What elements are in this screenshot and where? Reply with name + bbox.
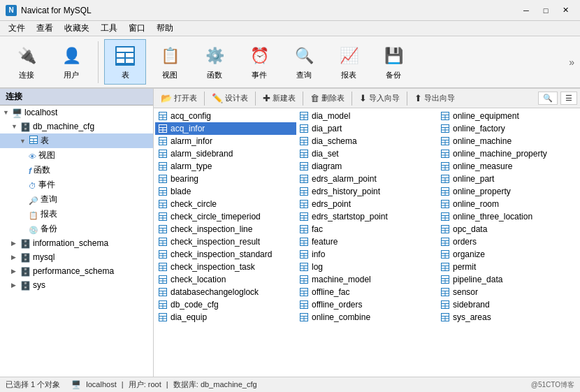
table-item[interactable]: sys_areas <box>437 311 579 324</box>
table-item-name: online_combine <box>312 312 370 322</box>
table-item[interactable]: blade <box>155 185 296 198</box>
tree-item-mysql[interactable]: ▶ 🗄️ mysql <box>0 250 153 264</box>
search-button[interactable]: 🔍 <box>538 92 558 105</box>
table-item[interactable]: dia_model <box>296 110 437 122</box>
table-item[interactable]: offline_fac <box>296 286 437 298</box>
table-item[interactable]: check_location <box>155 273 296 286</box>
table-item[interactable]: check_circle <box>155 198 296 210</box>
table-item[interactable]: log <box>296 261 437 273</box>
table-item[interactable]: edrs_alarm_point <box>296 173 437 185</box>
table-item[interactable]: online_measure <box>437 160 579 173</box>
table-item[interactable]: offline_orders <box>296 298 437 311</box>
ctb-btn-open-table[interactable]: 📂 打开表 <box>157 92 201 105</box>
table-item[interactable]: sensor <box>437 286 579 298</box>
tree-item-backup2[interactable]: 💿 备份 <box>0 222 153 236</box>
menu-item-文件[interactable]: 文件 <box>3 21 31 36</box>
table-item[interactable]: online_part <box>437 173 579 185</box>
toolbar-btn-user[interactable]: 👤用户 <box>50 39 92 85</box>
ctb-btn-import[interactable]: ⬇ 导入向导 <box>355 92 404 105</box>
table-item[interactable]: dia_schema <box>296 135 437 147</box>
tree-item-information_schema[interactable]: ▶ 🗄️ information_schema <box>0 236 153 250</box>
toolbar-btn-backup[interactable]: 💾备份 <box>372 39 414 85</box>
table-item[interactable]: info <box>296 248 437 261</box>
tree-item-performance_schema[interactable]: ▶ 🗄️ performance_schema <box>0 264 153 278</box>
table-item[interactable]: online_three_location <box>437 210 579 223</box>
table-item[interactable]: online_factory <box>437 122 579 135</box>
menu-item-收藏夹[interactable]: 收藏夹 <box>59 21 95 36</box>
table-item[interactable]: orders <box>437 235 579 248</box>
table-item[interactable]: alarm_type <box>155 160 296 173</box>
svg-rect-305 <box>164 319 167 321</box>
toolbar-btn-query[interactable]: 🔍查询 <box>283 39 325 85</box>
table-item[interactable]: sidebrand <box>437 298 579 311</box>
table-item-icon <box>299 161 309 171</box>
table-item[interactable]: alarm_infor <box>155 135 296 147</box>
table-item[interactable]: diagram <box>296 160 437 173</box>
svg-rect-215 <box>164 256 167 259</box>
minimize-button[interactable]: ─ <box>517 3 535 17</box>
table-item[interactable]: alarm_sidebrand <box>155 147 296 160</box>
toolbar-btn-function[interactable]: ⚙️函数 <box>194 39 235 85</box>
table-item[interactable]: machine_model <box>296 273 437 286</box>
table-item[interactable]: online_machine_property <box>437 147 579 160</box>
tree-item-db_machine_cfg[interactable]: ▼ 🗄️ db_machine_cfg <box>0 119 153 133</box>
table-item[interactable]: databasechangeloglock <box>155 286 296 298</box>
close-button[interactable]: ✕ <box>556 3 574 17</box>
tree-item-views[interactable]: 👁 视图 <box>0 148 153 163</box>
table-item[interactable]: edrs_startstop_point <box>296 210 437 223</box>
table-item[interactable]: db_code_cfg <box>155 298 296 311</box>
toolbar-btn-report[interactable]: 📈报表 <box>328 39 370 85</box>
table-item[interactable]: opc_data <box>437 223 579 235</box>
maximize-button[interactable]: □ <box>537 3 555 17</box>
table-item[interactable]: dia_set <box>296 147 437 160</box>
toolbar-btn-view[interactable]: 📋视图 <box>149 39 191 85</box>
ctb-btn-new-table[interactable]: ✚ 新建表 <box>259 92 300 105</box>
table-list-scroll[interactable]: acq_config dia_model <box>154 108 580 377</box>
table-item[interactable]: edrs_point <box>296 198 437 210</box>
tree-item-localhost[interactable]: ▼ 🖥️ localhost <box>0 106 153 119</box>
table-item-icon <box>299 111 309 121</box>
table-item[interactable]: feature <box>296 235 437 248</box>
svg-rect-52 <box>159 143 163 145</box>
table-item[interactable]: check_inspection_task <box>155 261 296 273</box>
table-item[interactable]: check_inspection_line <box>155 223 296 235</box>
ctb-icon-export: ⬆ <box>414 93 422 103</box>
tree-item-queries[interactable]: 🔎 查询 <box>0 192 153 207</box>
tree-item-reports[interactable]: 📋 报表 <box>0 207 153 222</box>
table-item[interactable]: acq_infor <box>155 122 296 135</box>
ctb-btn-delete-table[interactable]: 🗑 删除表 <box>306 92 349 105</box>
table-item[interactable]: online_equipment <box>437 110 579 122</box>
tree-item-events[interactable]: ⏱ 事件 <box>0 177 153 192</box>
tree-item-tables[interactable]: ▼ 表 <box>0 133 153 148</box>
table-item[interactable]: bearing <box>155 173 296 185</box>
view-toggle-button[interactable]: ☰ <box>560 92 577 105</box>
menu-item-工具[interactable]: 工具 <box>95 21 123 36</box>
ctb-btn-design-table[interactable]: ✏️ 设计表 <box>208 92 252 105</box>
table-item[interactable]: check_inspection_standard <box>155 248 296 261</box>
table-item[interactable]: permit <box>437 261 579 273</box>
table-item[interactable]: check_inspection_result <box>155 235 296 248</box>
menu-item-帮助[interactable]: 帮助 <box>151 21 179 36</box>
toolbar-btn-event[interactable]: ⏰事件 <box>238 39 280 85</box>
table-item[interactable]: dia_part <box>296 122 437 135</box>
table-item[interactable]: fac <box>296 223 437 235</box>
table-item-icon <box>158 237 168 247</box>
toolbar-btn-connect[interactable]: 🔌连接 <box>6 39 48 85</box>
table-item[interactable]: online_room <box>437 198 579 210</box>
table-item[interactable]: online_machine <box>437 135 579 147</box>
tree-item-functions[interactable]: f 函数 <box>0 163 153 177</box>
table-item[interactable]: organize <box>437 248 579 261</box>
tree-item-sys[interactable]: ▶ 🗄️ sys <box>0 278 153 292</box>
toolbar-more-button[interactable]: » <box>569 57 574 68</box>
table-item[interactable]: edrs_history_point <box>296 185 437 198</box>
ctb-btn-export[interactable]: ⬆ 导出向导 <box>410 92 459 105</box>
table-item[interactable]: acq_config <box>155 110 296 122</box>
table-item[interactable]: online_property <box>437 185 579 198</box>
table-item[interactable]: check_circle_timeperiod <box>155 210 296 223</box>
toolbar-btn-table[interactable]: 表 <box>104 39 146 85</box>
menu-item-查看[interactable]: 查看 <box>31 21 59 36</box>
menu-item-窗口[interactable]: 窗口 <box>123 21 151 36</box>
table-item[interactable]: pipeline_data <box>437 273 579 286</box>
table-item[interactable]: online_combine <box>296 311 437 324</box>
table-item[interactable]: dia_equip <box>155 311 296 324</box>
